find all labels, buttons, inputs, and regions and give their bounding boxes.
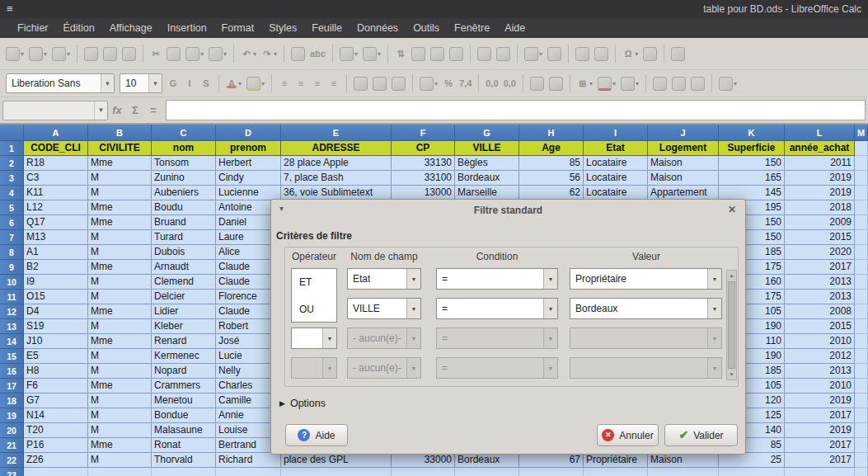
cell[interactable] (392, 468, 455, 476)
delete-decimal-icon[interactable]: 0,0 (502, 77, 518, 90)
row-header-15[interactable]: 15 (0, 349, 24, 364)
export-pdf-icon[interactable] (82, 45, 100, 63)
cell[interactable]: M (88, 453, 152, 468)
table-header-cell[interactable]: Age (519, 141, 584, 156)
cell[interactable]: M (88, 423, 152, 438)
cell[interactable]: B2 (24, 260, 88, 275)
new-document-icon[interactable]: ▾ (4, 45, 26, 63)
menu-item-9[interactable]: Fenêtre (447, 18, 497, 38)
cell[interactable]: Maison (648, 453, 719, 468)
menu-item-0[interactable]: Fichier (10, 18, 56, 38)
formula-icon[interactable]: = (144, 104, 162, 116)
field-select-row2[interactable]: VILLE▼ (347, 298, 421, 319)
value-combo-row1[interactable]: Propriétaire▼ (570, 268, 722, 290)
cell[interactable]: M (88, 394, 152, 408)
cell[interactable]: Mme (88, 215, 152, 230)
cell[interactable]: Clemend (152, 275, 216, 290)
cell[interactable]: Lidier (152, 304, 216, 319)
menu-item-5[interactable]: Styles (261, 18, 304, 38)
cell[interactable] (855, 394, 868, 408)
font-size-combo[interactable]: 10 ▼ (120, 73, 162, 93)
insert-rows-icon[interactable]: ▾ (361, 45, 382, 63)
cell[interactable] (855, 141, 868, 156)
insert-chart-icon[interactable] (495, 45, 512, 63)
row-header-5[interactable]: 5 (0, 200, 24, 215)
cell[interactable]: Mme (88, 304, 152, 319)
cell[interactable]: 165 (719, 171, 785, 186)
table-header-cell[interactable]: Etat (584, 141, 648, 156)
font-name-combo[interactable]: Liberation Sans ▼ (6, 73, 115, 93)
cell[interactable] (855, 304, 868, 319)
column-header-d[interactable]: D (216, 125, 281, 141)
cell[interactable]: 2019 (785, 171, 855, 186)
column-header-c[interactable]: C (152, 125, 216, 141)
sort-descending-icon[interactable] (429, 45, 446, 63)
dialog-menu-icon[interactable]: ▾ (279, 204, 284, 213)
cell[interactable] (855, 245, 868, 260)
table-header-cell[interactable]: Superficie (719, 141, 785, 156)
open-file-icon[interactable]: ▾ (27, 45, 49, 63)
cell[interactable]: Mme (88, 156, 152, 171)
cell[interactable]: N14 (24, 408, 88, 423)
cell[interactable]: place des GPL (281, 453, 392, 468)
headers-footers-icon[interactable] (593, 45, 610, 63)
cell[interactable]: M (88, 245, 152, 260)
cell[interactable]: Maison (648, 171, 719, 186)
add-decimal-icon[interactable]: 0,0 (484, 77, 500, 90)
cell[interactable]: Arnaudt (152, 260, 216, 275)
menu-item-8[interactable]: Outils (406, 18, 447, 38)
column-header-a[interactable]: A (24, 125, 88, 141)
cell[interactable]: 2015 (785, 319, 855, 334)
draw-functions-icon[interactable] (669, 45, 687, 63)
decrease-indent-icon[interactable] (528, 75, 546, 92)
cell[interactable]: Thorvald (152, 453, 216, 468)
cell[interactable]: M13 (24, 230, 88, 245)
cell[interactable]: M (88, 290, 152, 304)
value-combo-row4[interactable]: ▼ (570, 357, 722, 379)
table-header-cell[interactable]: prenom (216, 141, 281, 156)
row-header-10[interactable]: 10 (0, 275, 24, 290)
cell[interactable] (855, 468, 868, 476)
row-header-23[interactable]: 23 (0, 468, 24, 476)
cell[interactable]: Maison (648, 156, 719, 171)
row-header-9[interactable]: 9 (0, 260, 24, 275)
cell[interactable]: E5 (24, 349, 88, 364)
cell[interactable]: 2008 (785, 304, 855, 319)
insert-comment-icon[interactable] (574, 45, 591, 63)
print-icon[interactable] (101, 45, 119, 63)
merge-center-icon[interactable] (371, 75, 388, 92)
column-header-j[interactable]: J (648, 125, 719, 141)
table-header-cell[interactable]: ADRESSE (281, 141, 392, 156)
menu-item-2[interactable]: Affichage (102, 18, 160, 38)
cell[interactable] (855, 364, 868, 379)
formula-input[interactable] (166, 100, 866, 120)
cell[interactable]: T20 (24, 423, 88, 438)
cell[interactable] (855, 186, 868, 200)
cell[interactable]: 2015 (785, 230, 855, 245)
cell[interactable] (281, 468, 392, 476)
cell[interactable] (519, 468, 584, 476)
insert-hyperlink-icon[interactable] (641, 45, 659, 63)
cell[interactable]: Nopard (152, 364, 216, 379)
row-header-21[interactable]: 21 (0, 438, 24, 453)
cell[interactable] (855, 200, 868, 215)
cell[interactable]: 2019 (785, 186, 855, 200)
cell[interactable]: R18 (24, 156, 88, 171)
menu-item-6[interactable]: Feuille (304, 18, 350, 38)
cell[interactable]: Boudu (152, 200, 216, 215)
autofilter-icon[interactable] (448, 45, 465, 63)
window-menu-icon[interactable]: ≡ (7, 0, 13, 18)
cell[interactable]: Cindy (216, 171, 281, 186)
column-header-l[interactable]: L (785, 125, 855, 141)
align-right-icon[interactable]: ≡ (310, 77, 325, 90)
cell[interactable]: H8 (24, 364, 88, 379)
sort-ascending-icon[interactable] (410, 45, 427, 63)
cell[interactable]: 2012 (785, 349, 855, 364)
close-icon[interactable]: ✕ (728, 204, 736, 215)
background-color-icon[interactable]: ▾ (596, 75, 617, 92)
cell[interactable]: 2013 (785, 290, 855, 304)
wrap-text-icon[interactable] (390, 75, 407, 92)
scroll-down-icon[interactable]: ▼ (727, 370, 736, 379)
cut-icon[interactable]: ✂ (148, 47, 163, 61)
cell[interactable]: K11 (24, 186, 88, 200)
